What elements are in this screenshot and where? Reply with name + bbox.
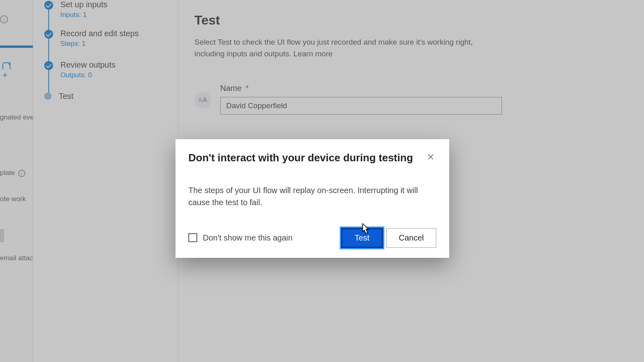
testing-warning-modal: Don't interact with your device during t… xyxy=(175,139,449,258)
close-icon[interactable] xyxy=(425,151,436,162)
checkbox-label: Don't show me this again xyxy=(203,233,293,243)
cancel-button[interactable]: Cancel xyxy=(386,228,436,248)
modal-title: Don't interact with your device during t… xyxy=(188,151,413,165)
checkbox-icon xyxy=(188,233,197,242)
dont-show-again-checkbox[interactable]: Don't show me this again xyxy=(188,233,341,243)
test-button[interactable]: Test xyxy=(341,228,383,248)
modal-body: The steps of your UI flow will replay on… xyxy=(188,184,436,208)
